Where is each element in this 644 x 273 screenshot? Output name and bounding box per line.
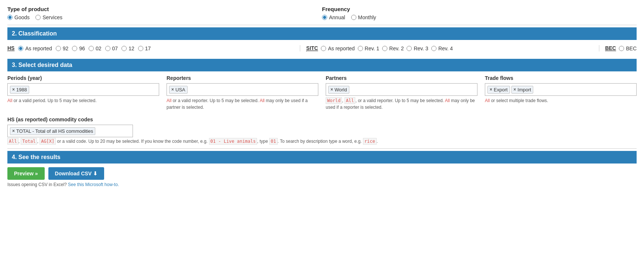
reporters-label: Reporters bbox=[167, 75, 318, 81]
goods-label: Goods bbox=[14, 14, 30, 20]
hs-reported-radio[interactable] bbox=[18, 46, 23, 51]
hs-code-tag-total-remove[interactable]: × bbox=[12, 128, 15, 134]
periods-hint: All or a valid period. Up to 5 may be se… bbox=[7, 97, 159, 104]
partners-label: Partners bbox=[326, 75, 477, 81]
services-radio[interactable] bbox=[35, 15, 41, 20]
trade-flows-hint: All or select multiple trade flows. bbox=[485, 97, 637, 104]
csv-hint-static: Issues opening CSV in Excel? bbox=[7, 182, 67, 187]
periods-hint-text: or a valid period. Up to 5 may be select… bbox=[12, 98, 96, 103]
hs-17-label: 17 bbox=[145, 46, 151, 51]
reporters-input-box[interactable]: × USA bbox=[167, 83, 318, 96]
sitc-reported-radio-item[interactable]: As reported bbox=[321, 46, 354, 51]
sitc-rev2-radio[interactable] bbox=[382, 46, 387, 51]
hs-07-radio[interactable] bbox=[105, 46, 110, 51]
sitc-rev4-radio[interactable] bbox=[431, 46, 436, 51]
sitc-rev1-radio[interactable] bbox=[358, 46, 363, 51]
goods-radio[interactable] bbox=[7, 15, 13, 20]
sitc-rev3-radio-item[interactable]: Rev. 3 bbox=[407, 46, 428, 51]
sitc-reported-radio[interactable] bbox=[321, 46, 326, 51]
see-results-header: 4. See the results bbox=[7, 151, 637, 164]
hs-92-radio[interactable] bbox=[56, 46, 61, 51]
period-tag-1988-remove[interactable]: × bbox=[12, 87, 15, 92]
hs-codes-hint: All, Total, AG[X] or a valid code. Up to… bbox=[7, 139, 637, 144]
sitc-rev3-radio[interactable] bbox=[407, 46, 412, 51]
annual-label: Annual bbox=[329, 14, 345, 20]
hs-12-radio-item[interactable]: 12 bbox=[121, 46, 134, 51]
hs-label: HS bbox=[7, 45, 14, 51]
periods-col: Periods (year) × 1988 All or a valid per… bbox=[7, 75, 159, 111]
trade-flow-tag-import[interactable]: × Import bbox=[511, 86, 534, 94]
trade-flow-tag-export-value: Export bbox=[494, 87, 508, 92]
trade-flows-input-box[interactable]: × Export × Import bbox=[485, 83, 637, 96]
partner-tag-world[interactable]: × World bbox=[328, 86, 349, 94]
trade-flow-tag-export[interactable]: × Export bbox=[487, 86, 510, 94]
bec-option-label: BEC bbox=[626, 46, 637, 51]
hs-07-radio-item[interactable]: 07 bbox=[105, 46, 118, 51]
hs-92-radio-item[interactable]: 92 bbox=[56, 46, 69, 51]
hs-96-radio-item[interactable]: 96 bbox=[72, 46, 85, 51]
annual-radio-item[interactable]: Annual bbox=[322, 14, 345, 20]
hs-02-label: 02 bbox=[96, 46, 102, 51]
hs-96-radio[interactable] bbox=[72, 46, 77, 51]
sitc-rev1-label: Rev. 1 bbox=[365, 46, 379, 51]
hs-02-radio[interactable] bbox=[89, 46, 94, 51]
sitc-rev1-radio-item[interactable]: Rev. 1 bbox=[358, 46, 379, 51]
sitc-rev3-label: Rev. 3 bbox=[414, 46, 428, 51]
download-csv-button[interactable]: Download CSV ⬇ bbox=[48, 167, 104, 180]
partners-hint: World, All, or a valid reporter. Up to 5… bbox=[326, 97, 477, 111]
services-radio-item[interactable]: Services bbox=[35, 14, 62, 20]
period-tag-1988[interactable]: × 1988 bbox=[10, 86, 29, 94]
trade-flows-label: Trade flows bbox=[485, 75, 637, 81]
monthly-radio[interactable] bbox=[351, 15, 356, 20]
sitc-rev2-radio-item[interactable]: Rev. 2 bbox=[382, 46, 404, 51]
reporters-hint-all: All bbox=[167, 98, 171, 103]
action-buttons-row: Preview » Download CSV ⬇ bbox=[7, 167, 637, 180]
hs-17-radio[interactable] bbox=[138, 46, 143, 51]
trade-flow-tag-import-remove[interactable]: × bbox=[514, 87, 516, 92]
hs-reported-radio-item[interactable]: As reported bbox=[18, 46, 52, 51]
partners-col: Partners × World World, All, or a valid … bbox=[326, 75, 477, 111]
reporters-col: Reporters × USA All or a valid reporter.… bbox=[167, 75, 318, 111]
hs-codes-section: HS (as reported) commodity codes × TOTAL… bbox=[7, 117, 637, 144]
monthly-label: Monthly bbox=[358, 14, 376, 20]
annual-radio[interactable] bbox=[322, 15, 327, 20]
hs-17-radio-item[interactable]: 17 bbox=[138, 46, 151, 51]
hs-12-radio[interactable] bbox=[121, 46, 127, 51]
trade-flows-col: Trade flows × Export × Import All or sel… bbox=[485, 75, 637, 111]
hs-96-label: 96 bbox=[79, 46, 85, 51]
sitc-reported-label: As reported bbox=[328, 46, 354, 51]
periods-hint-all: All bbox=[7, 98, 12, 103]
sitc-rev4-radio-item[interactable]: Rev. 4 bbox=[431, 46, 453, 51]
sitc-label: SITC bbox=[306, 45, 318, 51]
csv-hint-link[interactable]: See this Microsoft how-to. bbox=[68, 182, 119, 187]
bec-radio[interactable] bbox=[619, 46, 624, 51]
reporter-tag-usa-remove[interactable]: × bbox=[171, 87, 174, 92]
classification-header: 2. Classification bbox=[7, 27, 637, 40]
frequency-group: Annual Monthly bbox=[322, 14, 637, 20]
sitc-rev2-label: Rev. 2 bbox=[389, 46, 404, 51]
hs-reported-label: As reported bbox=[25, 46, 52, 51]
preview-button[interactable]: Preview » bbox=[7, 167, 45, 180]
hs-codes-input-box[interactable]: × TOTAL - Total of all HS commodities bbox=[7, 125, 133, 137]
goods-radio-item[interactable]: Goods bbox=[7, 14, 30, 20]
hs-code-tag-total[interactable]: × TOTAL - Total of all HS commodities bbox=[10, 127, 95, 135]
bec-radio-item[interactable]: BEC bbox=[619, 46, 637, 51]
bec-label: BEC bbox=[605, 45, 616, 51]
reporter-tag-usa-value: USA bbox=[175, 87, 185, 92]
hs-code-tag-total-value: TOTAL - Total of all HS commodities bbox=[16, 128, 93, 134]
period-tag-1988-value: 1988 bbox=[16, 87, 27, 92]
hs-12-label: 12 bbox=[129, 46, 134, 51]
type-of-product-group: Goods Services bbox=[7, 14, 322, 20]
reporters-hint: All or a valid reporter. Up to 5 may be … bbox=[167, 97, 318, 111]
hs-codes-label: HS (as reported) commodity codes bbox=[7, 117, 637, 122]
sitc-rev4-label: Rev. 4 bbox=[438, 46, 453, 51]
reporter-tag-usa[interactable]: × USA bbox=[169, 86, 188, 94]
trade-flow-tag-export-remove[interactable]: × bbox=[490, 87, 492, 92]
periods-input-box[interactable]: × 1988 bbox=[7, 83, 159, 96]
hs-02-radio-item[interactable]: 02 bbox=[89, 46, 102, 51]
partner-tag-world-remove[interactable]: × bbox=[330, 87, 333, 92]
monthly-radio-item[interactable]: Monthly bbox=[351, 14, 376, 20]
partners-input-box[interactable]: × World bbox=[326, 83, 477, 96]
hs-07-label: 07 bbox=[112, 46, 118, 51]
services-label: Services bbox=[42, 14, 62, 20]
